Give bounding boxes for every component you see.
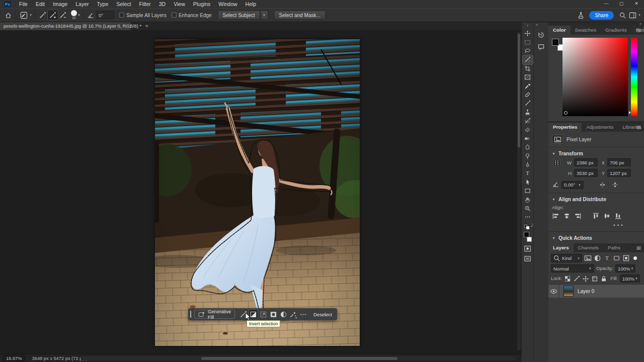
menu-item-layer[interactable]: Layer [71,0,93,8]
lock-position-button[interactable] [582,275,589,283]
background-color-swatch[interactable] [527,237,532,242]
menu-item-3d[interactable]: 3D [155,0,170,8]
blend-mode-dropdown[interactable]: Normal▼ [551,264,594,273]
quick-actions-section-header[interactable]: ▼Quick Actions [548,233,644,243]
menu-item-edit[interactable]: Edit [32,0,49,8]
home-button[interactable] [3,10,13,20]
create-mask-button[interactable] [269,310,278,319]
screen-mode-button[interactable] [523,254,533,263]
clone-stamp-tool[interactable] [523,108,533,117]
x-position-field[interactable]: 706 px [607,158,631,166]
align-right-button[interactable] [574,212,582,220]
zoom-level-field[interactable]: 16.67% [3,355,25,361]
vertical-scrollbar[interactable] [517,32,521,350]
tab-swatches[interactable]: Swatches [571,26,601,35]
layer-filter-dropdown[interactable]: Kind ▼ [551,254,582,262]
brush-size-caret-icon[interactable]: ▼ [77,14,80,17]
quick-mask-button[interactable] [523,244,533,253]
align-left-button[interactable] [552,212,559,220]
eyedropper-tool[interactable] [523,81,533,90]
transform-selection-button[interactable] [259,310,268,319]
healing-brush-tool[interactable] [523,90,533,99]
rotation-angle-field[interactable]: 0.00°▼ [561,181,584,189]
zoom-tool[interactable] [523,204,533,213]
search-icon[interactable] [617,10,627,20]
brush-angle-field[interactable]: 0° [96,11,114,19]
select-subject-options-button[interactable]: ▼ [261,11,268,20]
type-tool[interactable]: T [523,169,533,177]
width-field[interactable]: 2386 px [574,158,598,166]
lock-transparent-pixels-button[interactable] [564,275,571,283]
tab-color[interactable]: Color [548,26,571,35]
reference-point-widget[interactable] [553,159,563,176]
sample-all-layers-checkbox[interactable]: Sample All Layers [119,13,167,18]
horizontal-scrollbar-thumb[interactable] [201,357,397,360]
subtract-selection-brush-mode-button[interactable] [58,10,68,20]
filter-toggle-icon[interactable] [633,256,637,260]
flip-vertical-button[interactable] [611,181,619,189]
pen-tool[interactable] [523,160,533,169]
workspace-switcher-button[interactable]: ▼ [627,10,641,20]
blur-tool[interactable] [523,143,533,151]
foreground-color-swatch[interactable] [524,232,529,237]
path-select-tool[interactable] [523,178,533,187]
tab-channels[interactable]: Channels [574,243,603,252]
shape-tool[interactable] [523,187,533,195]
hue-marker-icon[interactable] [629,111,631,114]
panel-menu-icon[interactable] [635,124,642,131]
menu-item-type[interactable]: Type [93,0,112,8]
menu-item-file[interactable]: File [15,0,32,8]
generative-fill-button[interactable]: Generative Fill [194,310,235,319]
tab-gradients[interactable]: Gradients [601,26,631,35]
opacity-field[interactable]: 100%▼ [615,264,635,273]
canvas-area[interactable]: Generative Fill ▼ ▼ Deselect Invert sele… [0,30,521,354]
new-selection-brush-mode-button[interactable] [38,10,48,20]
beta-features-flask-icon[interactable] [576,10,586,20]
align-more-options-button[interactable]: • • • [593,220,644,230]
crop-tool[interactable] [523,64,533,73]
menu-item-window[interactable]: Window [214,0,241,8]
horizontal-scrollbar[interactable] [80,356,516,360]
chevrons-right-icon[interactable]: » [548,22,644,26]
history-panel-icon[interactable] [536,29,547,40]
lock-image-pixels-button[interactable] [573,275,580,283]
selection-brush-tool[interactable] [523,55,533,64]
foreground-background-color-swatches[interactable] [523,232,533,242]
generative-tools-button[interactable]: ▼ [289,310,297,319]
add-selection-brush-mode-button[interactable] [48,10,58,20]
edit-toolbar[interactable] [523,213,533,221]
layer-visibility-toggle[interactable] [548,285,559,298]
close-button[interactable]: ✕ [629,0,644,8]
filter-pixel-layers-button[interactable] [584,254,592,262]
height-field[interactable]: 3530 px [574,169,598,177]
default-colors-icon[interactable]: ⤸ [524,225,531,230]
filter-type-layers-button[interactable]: T [603,254,611,262]
filter-adjustment-layers-button[interactable] [593,254,601,262]
tab-close-icon[interactable]: ✕ [145,24,149,29]
chevrons-left-icon[interactable]: » [527,22,529,29]
saturation-brightness-box[interactable] [562,38,628,116]
more-options-button[interactable] [299,310,307,319]
filter-shape-layers-button[interactable] [612,254,620,262]
frame-tool[interactable] [523,73,533,81]
rectangular-marquee-tool[interactable] [523,38,533,46]
tool-preset-button[interactable]: ▼ [19,10,32,20]
share-button[interactable]: Share [589,11,614,20]
select-subject-button[interactable]: Select Subject [218,11,260,20]
enhance-edge-checkbox[interactable]: Enhance Edge [172,13,212,18]
menu-item-image[interactable]: Image [49,0,71,8]
tab-paths[interactable]: Paths [603,243,625,252]
fill-field[interactable]: 100%▼ [620,275,640,283]
canvas-photo[interactable] [155,39,360,346]
comments-panel-icon[interactable] [536,41,547,52]
vertical-scrollbar-thumb[interactable] [518,34,520,147]
hue-slider[interactable] [631,38,637,116]
tab-adjustments[interactable]: Adjustments [582,123,618,132]
deselect-button[interactable]: Deselect [311,312,334,317]
brush-size-picker[interactable]: 30 [71,10,77,20]
document-tab[interactable]: pexels-wellington-cunha-1918445.jpg @ 16… [0,22,131,30]
menu-item-help[interactable]: Help [242,0,261,8]
lock-all-button[interactable] [600,275,607,283]
hand-tool[interactable] [523,195,533,204]
history-brush-tool[interactable] [523,117,533,125]
